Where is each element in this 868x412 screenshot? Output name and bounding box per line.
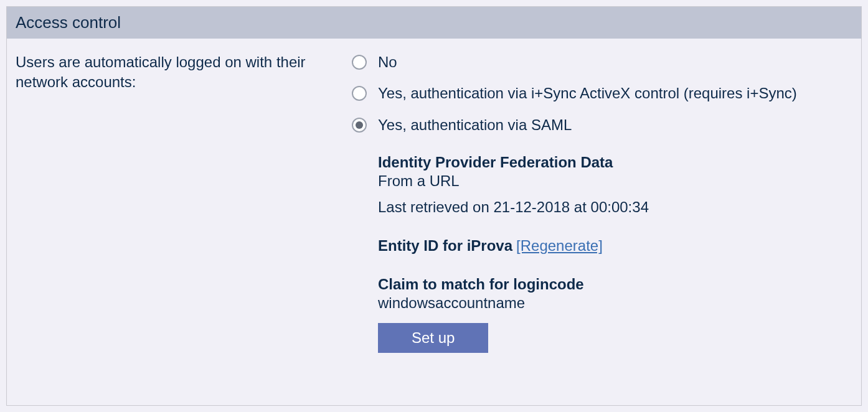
setting-label-column: Users are automatically logged on with t… <box>16 52 352 353</box>
panel-title: Access control <box>7 7 861 39</box>
idp-group: Identity Provider Federation Data From a… <box>378 154 852 216</box>
idp-source: From a URL <box>378 172 852 190</box>
setting-options-column: No Yes, authentication via i+Sync Active… <box>352 52 852 353</box>
radio-no[interactable] <box>352 55 367 70</box>
entity-id-group: Entity ID for iProva [Regenerate] <box>378 237 852 255</box>
option-isync-row: Yes, authentication via i+Sync ActiveX c… <box>352 83 852 103</box>
entity-id-heading: Entity ID for iProva <box>378 237 512 255</box>
idp-retrieved: Last retrieved on 21-12-2018 at 00:00:34 <box>378 199 852 216</box>
radio-isync-label: Yes, authentication via i+Sync ActiveX c… <box>378 83 797 103</box>
regenerate-link[interactable]: [Regenerate] <box>516 237 603 255</box>
radio-no-label: No <box>378 52 397 72</box>
access-control-panel: Access control Users are automatically l… <box>6 6 862 406</box>
auto-logon-label: Users are automatically logged on with t… <box>16 52 339 93</box>
option-no-row: No <box>352 52 852 72</box>
saml-details: Identity Provider Federation Data From a… <box>378 154 852 353</box>
idp-heading: Identity Provider Federation Data <box>378 154 852 171</box>
setup-button[interactable]: Set up <box>378 323 488 353</box>
panel-body: Users are automatically logged on with t… <box>7 39 861 362</box>
option-saml-row: Yes, authentication via SAML <box>352 115 852 135</box>
claim-heading: Claim to match for logincode <box>378 276 852 293</box>
radio-saml[interactable] <box>352 118 367 133</box>
claim-group: Claim to match for logincode windowsacco… <box>378 276 852 312</box>
claim-value: windowsaccountname <box>378 294 852 312</box>
radio-saml-label: Yes, authentication via SAML <box>378 115 572 135</box>
radio-isync[interactable] <box>352 86 367 101</box>
